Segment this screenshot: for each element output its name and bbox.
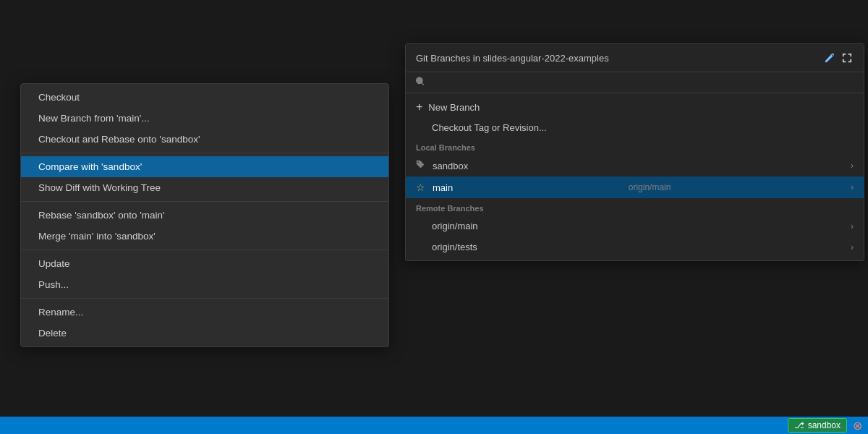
menu-item-update[interactable]: Update: [21, 253, 388, 274]
status-bar: ⎇ sandbox ⊗: [0, 417, 868, 434]
menu-item-show-diff[interactable]: Show Diff with Working Tree: [21, 177, 388, 198]
menu-separator: [21, 201, 388, 202]
status-branch[interactable]: ⎇ sandbox: [788, 418, 847, 433]
search-box: [406, 72, 864, 93]
menu-item-delete[interactable]: Delete: [21, 323, 388, 344]
origin-tests-label: origin/tests: [432, 242, 477, 252]
context-menu: CheckoutNew Branch from 'main'...Checkou…: [20, 83, 389, 347]
tag-icon: [416, 160, 425, 171]
error-icon[interactable]: ⊗: [853, 419, 862, 433]
plus-icon: +: [416, 101, 422, 114]
menu-separator: [21, 250, 388, 250]
checkout-tag-label: Checkout Tag or Revision...: [432, 122, 547, 133]
menu-item-checkout-rebase[interactable]: Checkout and Rebase onto 'sandbox': [21, 129, 388, 150]
branch-row-main[interactable]: ☆ main origin/main ›: [406, 176, 864, 198]
branch-list: + New Branch Checkout Tag or Revision...…: [406, 93, 864, 260]
menu-item-rebase[interactable]: Rebase 'sandbox' onto 'main': [21, 205, 388, 226]
origin-main-label: origin/main: [432, 221, 478, 231]
new-branch-label: New Branch: [428, 102, 480, 113]
panel-header: Git Branches in slides-angular-2022-exam…: [406, 44, 864, 72]
checkout-tag-action[interactable]: Checkout Tag or Revision...: [406, 118, 864, 137]
branch-row-origin-tests[interactable]: origin/tests ›: [406, 237, 864, 258]
new-branch-action[interactable]: + New Branch: [406, 96, 864, 118]
menu-separator: [21, 298, 388, 299]
menu-item-merge[interactable]: Merge 'main' into 'sandbox': [21, 226, 388, 247]
branch-row-origin-main[interactable]: origin/main ›: [406, 216, 864, 237]
panel-actions: [823, 51, 854, 64]
search-icon: [416, 77, 425, 88]
branch-icon: ⎇: [794, 420, 804, 430]
sandbox-chevron: ›: [851, 161, 854, 171]
origin-main-chevron: ›: [851, 221, 854, 231]
search-input[interactable]: [431, 77, 854, 88]
edit-icon-button[interactable]: [823, 51, 836, 64]
status-branch-name: sandbox: [808, 420, 841, 430]
star-icon: ☆: [416, 182, 425, 193]
remote-branches-section: Remote Branches: [406, 198, 864, 216]
menu-separator: [21, 153, 388, 153]
menu-item-checkout[interactable]: Checkout: [21, 87, 388, 108]
menu-item-compare[interactable]: Compare with 'sandbox': [21, 156, 388, 177]
expand-icon-button[interactable]: [841, 51, 854, 64]
sandbox-branch-label: sandbox: [433, 161, 468, 171]
branch-row-sandbox[interactable]: sandbox ›: [406, 155, 864, 176]
main-remote-label: origin/main: [629, 182, 671, 192]
menu-item-rename[interactable]: Rename...: [21, 302, 388, 323]
git-branches-panel: Git Branches in slides-angular-2022-exam…: [405, 43, 864, 261]
local-branches-section: Local Branches: [406, 137, 864, 155]
main-branch-label: main: [433, 182, 453, 193]
panel-title: Git Branches in slides-angular-2022-exam…: [416, 53, 609, 64]
menu-item-new-branch[interactable]: New Branch from 'main'...: [21, 108, 388, 129]
menu-item-push[interactable]: Push...: [21, 274, 388, 295]
origin-tests-chevron: ›: [851, 242, 854, 252]
main-chevron: ›: [851, 182, 854, 192]
